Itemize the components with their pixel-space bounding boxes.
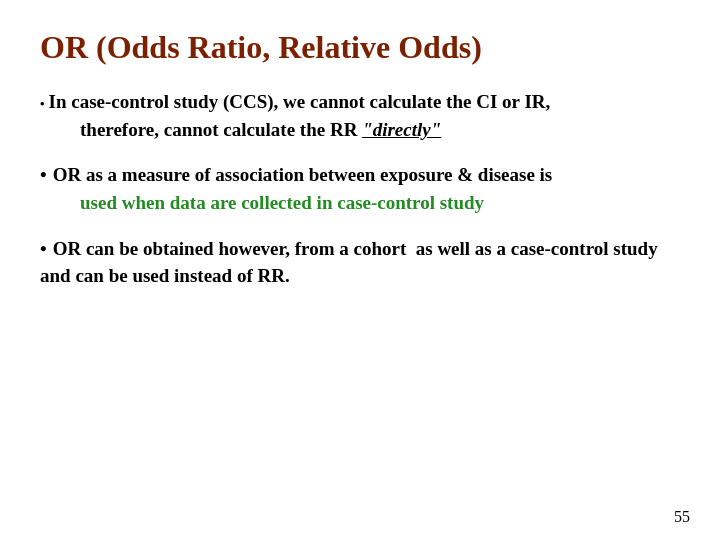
bullet-dot-icon-3: • (40, 238, 47, 259)
bullet-2: •OR as a measure of association between … (40, 161, 680, 216)
bullet-2-line2-green: used when data are collected in case-con… (80, 192, 484, 213)
bullet-1-line1: In case-control study (CCS), we cannot c… (49, 91, 551, 112)
bullet-3-line1: OR can be obtained however, from a cohor… (40, 238, 658, 287)
bullet-1: •In case-control study (CCS), we cannot … (40, 88, 680, 143)
bullet-1-line2: therefore, cannot calculate the RR "dire… (80, 119, 441, 140)
content-area: •In case-control study (CCS), we cannot … (40, 88, 680, 520)
bullet-2-line1: OR as a measure of association between e… (53, 164, 553, 185)
rr-directly-text: "directly" (362, 119, 441, 140)
small-bullet-icon: • (40, 96, 45, 111)
slide-title: OR (Odds Ratio, Relative Odds) (40, 28, 680, 66)
slide-container: OR (Odds Ratio, Relative Odds) •In case-… (0, 0, 720, 540)
page-number: 55 (674, 508, 690, 526)
bullet-3: •OR can be obtained however, from a coho… (40, 235, 680, 290)
bullet-dot-icon-2: • (40, 164, 47, 185)
